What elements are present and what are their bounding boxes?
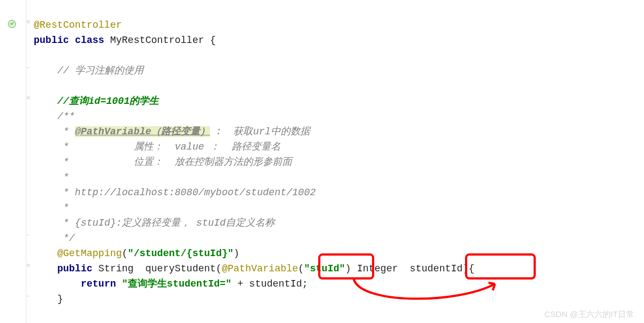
keyword: public — [34, 35, 69, 46]
string-literal: "stuId" — [304, 263, 345, 274]
keyword: return — [81, 278, 116, 289]
doc-comment: * — [57, 172, 69, 183]
paren: ( — [298, 263, 304, 274]
paren: ) — [233, 248, 239, 259]
brace-close: } — [57, 294, 63, 305]
code-block: @RestController public class MyRestContr… — [34, 2, 474, 307]
annotation: @PathVariable — [222, 263, 298, 274]
expr: + studentId; — [232, 278, 308, 289]
doc-comment: * {stuId}:定义路径变量， stuId自定义名称 — [57, 218, 275, 228]
class-decl: MyRestController { — [104, 35, 216, 46]
annotation: @GetMapping — [57, 248, 122, 259]
method-sig-tail: ) Integer studentId){ — [345, 263, 475, 274]
comment: //查询id=1001的学生 — [57, 96, 159, 107]
string-literal: "查询学生studentId=" — [122, 278, 232, 289]
doc-comment: * — [57, 202, 69, 213]
doc-comment: /** — [57, 111, 75, 122]
watermark: CSDN @王六六的IT日常 — [544, 309, 634, 320]
keyword: public — [57, 263, 92, 274]
doc-comment: */ — [57, 233, 75, 244]
paren: ( — [122, 248, 128, 259]
fold-marker[interactable]: – — [27, 294, 30, 299]
doc-tag-highlight: @PathVariable（路径变量） — [75, 126, 210, 137]
doc-comment: * — [57, 126, 75, 137]
doc-comment: * http://localhost:8080/myboot/student/1… — [57, 187, 315, 198]
fold-marker[interactable]: ⊖ — [27, 96, 30, 101]
spring-icon — [8, 20, 16, 28]
keyword: class — [75, 35, 104, 46]
fold-marker[interactable]: ⊖ — [27, 263, 30, 269]
comment: // 学习注解的使用 — [57, 65, 143, 76]
fold-marker[interactable]: – — [27, 65, 30, 71]
string-literal: "/student/{stuId}" — [128, 248, 233, 259]
doc-comment: * 属性： value ： 路径变量名 — [57, 141, 280, 152]
gutter — [0, 0, 27, 323]
method-sig: String queryStudent( — [92, 263, 222, 274]
doc-comment: * 位置： 放在控制器方法的形参前面 — [57, 157, 292, 167]
doc-comment: : 获取url中的数据 — [210, 126, 310, 137]
annotation: @RestController — [34, 20, 122, 30]
fold-marker[interactable]: – — [27, 233, 30, 238]
fold-marker[interactable]: ⊖ — [27, 20, 30, 25]
highlight-box-studentid — [465, 253, 536, 279]
